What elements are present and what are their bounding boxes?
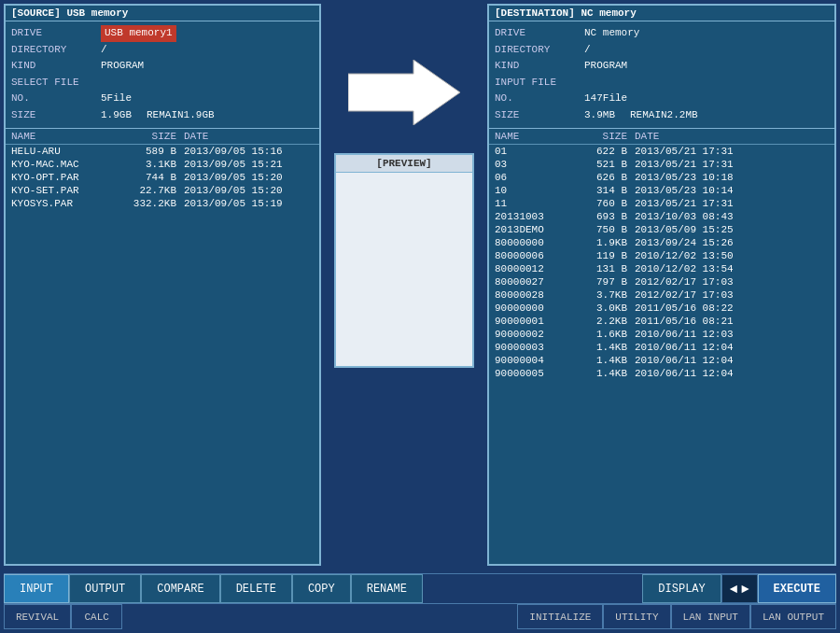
source-file-size: 589 B [114,146,184,157]
dest-kind-row: KIND PROGRAM [495,58,829,75]
dest-file-row[interactable]: 90000003 1.4KB 2010/06/11 12:04 [489,341,834,354]
dest-file-date: 2010/06/11 12:04 [635,342,829,353]
delete-button[interactable]: DELETE [220,574,292,603]
source-no-value: 5File [101,91,132,107]
source-drive-row: DRIVE USB memory1 [11,25,314,42]
dest-file-row[interactable]: 80000012 131 B 2010/12/02 13:54 [489,262,834,275]
dest-file-row[interactable]: 20131003 693 B 2013/10/03 08:43 [489,210,834,223]
dest-file-row[interactable]: 90000005 1.4KB 2010/06/11 12:04 [489,367,834,380]
source-no-row: NO. 5File [11,91,314,107]
dest-file-date: 2010/12/02 13:54 [635,263,829,274]
dest-file-row[interactable]: 80000027 797 B 2012/02/17 17:03 [489,275,834,288]
main-container: [SOURCE] USB memory DRIVE USB memory1 DI… [0,0,840,633]
dest-file-row[interactable]: 90000001 2.2KB 2011/05/16 08:21 [489,315,834,328]
dest-file-size: 521 B [574,159,635,170]
source-kind-value: PROGRAM [101,58,144,75]
dest-file-name: 90000004 [495,355,574,366]
execute-button[interactable]: EXECUTE [758,574,836,603]
dest-file-row[interactable]: 10 314 B 2013/05/23 10:14 [489,184,834,197]
dest-title: [DESTINATION] NC memory [489,6,834,21]
dest-file-row[interactable]: 2013DEMO 750 B 2013/05/09 15:25 [489,223,834,236]
dest-file-row[interactable]: 90000000 3.0KB 2011/05/16 08:22 [489,302,834,315]
transfer-arrow-icon [348,60,460,125]
revival-button[interactable]: REVIVAL [4,604,71,629]
source-file-name: KYO-SET.PAR [11,185,114,196]
dest-file-size: 131 B [574,263,635,274]
dest-file-row[interactable]: 80000006 119 B 2010/12/02 13:50 [489,249,834,262]
dest-file-name: 90000005 [495,368,574,379]
utility-button[interactable]: UTILITY [603,604,670,629]
dest-file-size: 1.6KB [574,329,635,340]
dest-no-row: NO. 147File [495,91,829,107]
initialize-button[interactable]: INITIALIZE [517,604,603,629]
source-file-row[interactable]: KYO-OPT.PAR 744 B 2013/09/05 15:20 [6,171,319,184]
source-file-row[interactable]: KYO-SET.PAR 22.7KB 2013/09/05 15:20 [6,184,319,197]
source-file-row[interactable]: HELU-ARU 589 B 2013/09/05 15:16 [6,145,319,158]
dest-file-row[interactable]: 11 760 B 2013/05/21 17:31 [489,197,834,210]
dest-file-row[interactable]: 90000004 1.4KB 2010/06/11 12:04 [489,354,834,367]
source-file-size: 744 B [114,172,184,183]
toolbar2-spacer [122,604,517,629]
source-file-row[interactable]: KYOSYS.PAR 332.2KB 2013/09/05 15:19 [6,197,319,210]
source-info: DRIVE USB memory1 DIRECTORY / KIND PROGR… [6,21,319,128]
source-drive-label: DRIVE [11,25,95,42]
source-file-row[interactable]: KYO-MAC.MAC 3.1KB 2013/09/05 15:21 [6,158,319,171]
source-selectfile-row: SELECT FILE [11,75,314,91]
preview-title: [PREVIEW] [336,155,472,173]
toolbar-spacer [423,574,642,603]
copy-button[interactable]: COPY [292,574,351,603]
dest-drive-value: NC memory [584,25,639,42]
panels-row: [SOURCE] USB memory DRIVE USB memory1 DI… [4,4,836,566]
source-file-header: NAME SIZE DATE [6,129,319,145]
compare-button[interactable]: COMPARE [141,574,219,603]
source-dir-value: / [101,42,107,59]
separator [4,566,836,573]
source-file-date: 2013/09/05 15:16 [184,146,314,157]
preview-panel: [PREVIEW] [334,153,474,368]
calc-button[interactable]: CALC [71,604,122,629]
dest-info: DRIVE NC memory DIRECTORY / KIND PROGRAM… [489,21,834,128]
dest-file-date: 2011/05/16 08:22 [635,302,829,314]
dest-no-label: NO. [495,91,579,107]
dest-file-date: 2010/06/11 12:04 [635,355,829,366]
lan-input-button[interactable]: LAN INPUT [671,604,750,629]
dest-file-name: 80000027 [495,276,574,288]
dest-file-name: 80000028 [495,289,574,301]
dest-file-name: 06 [495,172,574,183]
output-button[interactable]: OUTPUT [69,574,141,603]
dest-file-name: 80000006 [495,250,574,261]
dest-file-size: 1.4KB [574,368,635,379]
source-selectfile-label: SELECT FILE [11,75,95,91]
dest-file-size: 797 B [574,276,635,288]
dest-file-row[interactable]: 80000028 3.7KB 2012/02/17 17:03 [489,288,834,302]
dest-size-value: 3.9MB [584,107,615,124]
dest-file-date: 2013/05/21 17:31 [635,198,829,209]
dest-file-row[interactable]: 03 521 B 2013/05/21 17:31 [489,158,834,171]
dest-file-row[interactable]: 90000002 1.6KB 2010/06/11 12:03 [489,328,834,341]
dest-inputfile-row: INPUT FILE [495,75,829,91]
source-kind-row: KIND PROGRAM [11,58,314,75]
nav-right-button[interactable]: ► [741,582,749,597]
source-panel: [SOURCE] USB memory DRIVE USB memory1 DI… [4,4,321,566]
source-size-label: SIZE [11,107,95,124]
dest-file-name: 20131003 [495,211,574,222]
nav-left-button[interactable]: ◄ [730,582,737,597]
dest-file-row[interactable]: 80000000 1.9KB 2013/09/24 15:26 [489,236,834,249]
dest-file-name: 80000000 [495,237,574,248]
rename-button[interactable]: RENAME [351,574,423,603]
lan-output-button[interactable]: LAN OUTPUT [750,604,836,629]
display-button[interactable]: DISPLAY [642,574,721,603]
source-file-date: 2013/09/05 15:19 [184,198,314,209]
source-dir-label: DIRECTORY [11,42,95,59]
source-file-date: 2013/09/05 15:21 [184,159,314,170]
dest-file-size: 693 B [574,211,635,222]
dest-file-name: 80000012 [495,263,574,274]
source-dir-row: DIRECTORY / [11,42,314,59]
dest-file-row[interactable]: 01 622 B 2013/05/21 17:31 [489,145,834,158]
input-button[interactable]: INPUT [4,574,69,603]
dest-file-size: 119 B [574,250,635,261]
dest-kind-value: PROGRAM [584,58,627,75]
dest-file-size: 314 B [574,185,635,196]
dest-dir-value: / [584,42,591,59]
dest-file-row[interactable]: 06 626 B 2013/05/23 10:18 [489,171,834,184]
